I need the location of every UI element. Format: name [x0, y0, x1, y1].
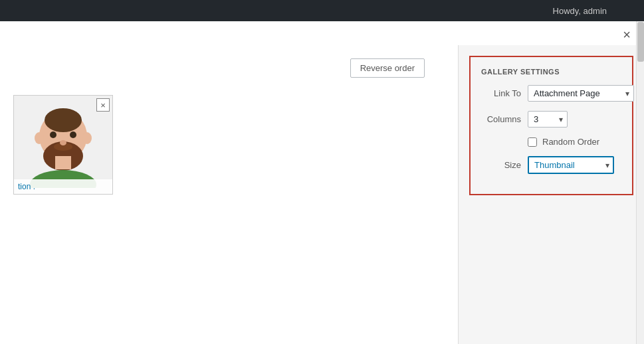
- media-thumb-remove-button[interactable]: ×: [96, 98, 110, 112]
- size-select-wrapper: Thumbnail Medium Large Full Size: [528, 156, 614, 174]
- media-thumb-caption[interactable]: tion .: [14, 179, 112, 194]
- columns-row: Columns 1 2 3 4 5: [481, 111, 621, 128]
- scrollbar-track: [636, 21, 644, 344]
- scrollbar-thumb[interactable]: [637, 22, 644, 62]
- admin-greeting: Howdy, admin: [553, 6, 607, 16]
- size-select[interactable]: Thumbnail Medium Large Full Size: [528, 156, 614, 174]
- reverse-order-button[interactable]: Reverse order: [350, 58, 425, 78]
- columns-select-wrapper: 1 2 3 4 5: [528, 111, 568, 128]
- svg-rect-10: [55, 156, 71, 169]
- media-grid: ×: [13, 88, 445, 201]
- reverse-order-area: Reverse order: [13, 58, 445, 78]
- link-to-row: Link To Attachment Page Media File Custo…: [481, 85, 621, 102]
- link-to-select-wrapper: Attachment Page Media File Custom URL No…: [528, 85, 634, 102]
- size-row: Size Thumbnail Medium Large Full Size: [481, 156, 621, 174]
- svg-point-8: [60, 140, 66, 145]
- link-to-select[interactable]: Attachment Page Media File Custom URL No…: [528, 85, 634, 102]
- gallery-settings-title: GALLERY SETTINGS: [481, 68, 621, 76]
- modal-body: Reverse order ×: [0, 45, 644, 344]
- svg-point-7: [70, 131, 76, 138]
- svg-point-6: [50, 131, 56, 138]
- svg-point-4: [82, 132, 92, 144]
- random-order-label: Random Order: [542, 137, 599, 147]
- svg-point-3: [35, 132, 44, 144]
- columns-select[interactable]: 1 2 3 4 5: [528, 111, 568, 128]
- modal-container: × Reverse order ×: [0, 21, 644, 344]
- columns-label: Columns: [481, 114, 521, 124]
- settings-panel: GALLERY SETTINGS Link To Attachment Page…: [458, 45, 644, 344]
- modal-header: ×: [0, 21, 644, 45]
- admin-bar: Howdy, admin: [0, 0, 644, 21]
- random-order-checkbox[interactable]: [528, 137, 537, 147]
- link-to-label: Link To: [481, 88, 521, 98]
- size-label: Size: [481, 160, 521, 170]
- random-order-row: Random Order: [481, 137, 621, 147]
- modal-close-button[interactable]: ×: [620, 28, 633, 41]
- svg-point-1: [45, 108, 82, 132]
- gallery-settings-box: GALLERY SETTINGS Link To Attachment Page…: [469, 56, 633, 195]
- media-panel: Reverse order ×: [0, 45, 458, 344]
- media-thumb: ×: [13, 95, 113, 195]
